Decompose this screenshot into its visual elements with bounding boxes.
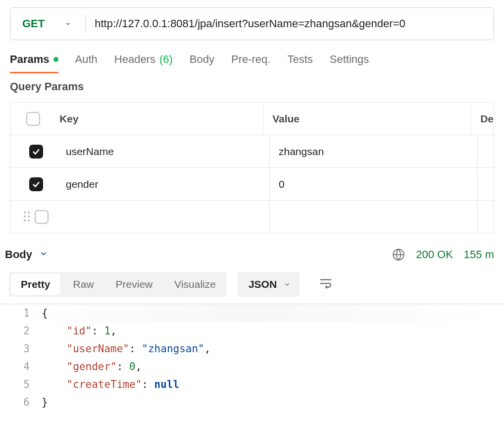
tab-body[interactable]: Body xyxy=(190,53,214,73)
response-header: Body 200 OK 155 m xyxy=(0,233,504,264)
response-time: 155 m xyxy=(464,248,494,261)
line-number: 5 xyxy=(0,378,42,390)
chevron-down-icon xyxy=(284,278,291,290)
col-description: De xyxy=(471,103,494,135)
query-params-title: Query Params xyxy=(0,73,504,95)
http-method-select[interactable]: GET xyxy=(10,8,85,40)
globe-icon[interactable] xyxy=(392,248,405,261)
params-table: Key Value De userName zhangsan gender 0 xyxy=(10,102,494,233)
response-code: 1 { 2 "id": 1, 3 "userName": "zhangsan",… xyxy=(0,304,504,411)
tab-settings[interactable]: Settings xyxy=(330,53,369,73)
code-line[interactable]: 2 "id": 1, xyxy=(0,322,504,340)
table-row-new xyxy=(10,201,494,233)
row-checkbox[interactable] xyxy=(29,177,43,191)
code-line[interactable]: 3 "userName": "zhangsan", xyxy=(0,340,504,358)
param-description[interactable] xyxy=(478,168,494,200)
table-row: gender 0 xyxy=(10,168,494,201)
view-tab-preview[interactable]: Preview xyxy=(105,272,164,297)
chevron-down-icon[interactable] xyxy=(39,248,48,261)
url-input[interactable] xyxy=(86,8,494,40)
row-checkbox[interactable] xyxy=(29,145,43,159)
tab-tests[interactable]: Tests xyxy=(287,53,312,73)
param-value[interactable] xyxy=(270,201,478,233)
table-row: userName zhangsan xyxy=(10,135,494,168)
response-body-label: Body xyxy=(5,248,32,261)
chevron-down-icon xyxy=(64,20,71,27)
tab-prereq[interactable]: Pre-req. xyxy=(231,53,270,73)
code-line[interactable]: 6 } xyxy=(0,393,504,411)
param-key[interactable]: gender xyxy=(62,168,270,200)
col-value: Value xyxy=(263,103,471,135)
line-number: 2 xyxy=(0,325,42,337)
line-number: 4 xyxy=(0,361,42,373)
params-active-dot-icon xyxy=(53,57,58,62)
param-description[interactable] xyxy=(478,135,494,167)
view-tab-pretty[interactable]: Pretty xyxy=(11,274,60,295)
tab-params-label: Params xyxy=(10,53,50,66)
line-number: 6 xyxy=(0,396,42,408)
param-key[interactable] xyxy=(62,201,270,233)
code-line[interactable]: 5 "createTime": null xyxy=(0,376,504,393)
http-method-label: GET xyxy=(22,17,45,30)
param-value[interactable]: 0 xyxy=(270,168,478,200)
response-toolbar: Pretty Raw Preview Visualize JSON xyxy=(0,272,504,297)
table-header-row: Key Value De xyxy=(10,103,494,135)
tab-params[interactable]: Params xyxy=(10,53,58,73)
line-number: 3 xyxy=(0,343,42,355)
format-select[interactable]: JSON xyxy=(238,272,300,297)
word-wrap-icon[interactable] xyxy=(310,276,333,293)
view-tabs: Pretty Raw Preview Visualize xyxy=(9,272,227,297)
status-code: 200 OK xyxy=(416,248,453,261)
format-label: JSON xyxy=(249,278,277,290)
tab-headers[interactable]: Headers (6) xyxy=(114,53,173,73)
param-value[interactable]: zhangsan xyxy=(270,135,478,167)
code-line[interactable]: 4 "gender": 0, xyxy=(0,358,504,376)
param-key[interactable]: userName xyxy=(62,135,270,167)
col-key: Key xyxy=(55,103,263,135)
view-tab-visualize[interactable]: Visualize xyxy=(163,272,227,297)
request-bar: GET xyxy=(10,7,494,40)
tab-auth[interactable]: Auth xyxy=(75,53,98,73)
drag-handle-icon[interactable] xyxy=(24,212,31,222)
select-all-checkbox[interactable] xyxy=(26,112,40,126)
code-line[interactable]: 1 { xyxy=(0,304,504,322)
request-tabs: Params Auth Headers (6) Body Pre-req. Te… xyxy=(0,40,504,73)
param-description[interactable] xyxy=(478,201,494,233)
row-checkbox[interactable] xyxy=(35,210,49,224)
view-tab-raw[interactable]: Raw xyxy=(62,272,105,297)
headers-count: (6) xyxy=(159,53,173,66)
line-number: 1 xyxy=(0,307,42,319)
